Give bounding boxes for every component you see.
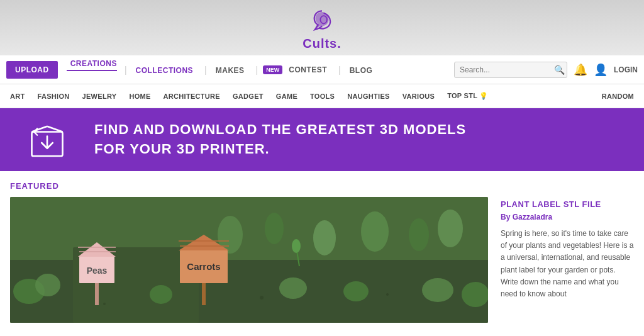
logo[interactable]: Cults. [303, 8, 341, 51]
featured-title[interactable]: PLANT LABEL STL FILE [501, 199, 634, 209]
featured-label: FEATURED [10, 181, 634, 191]
box-download-icon [25, 116, 69, 160]
featured-author: By Gazzaladra [501, 213, 634, 221]
featured-image[interactable]: Peas Carrots [10, 197, 488, 323]
category-game[interactable]: GAME [276, 92, 297, 100]
svg-point-16 [438, 210, 463, 247]
svg-point-36 [279, 277, 307, 299]
svg-point-15 [409, 218, 429, 251]
new-badge: NEW [263, 65, 282, 74]
svg-text:Peas: Peas [87, 266, 108, 276]
nav-separator-4 [336, 64, 341, 76]
nav-links: CREATIONS COLLECTIONS MAKES NEW CONTEST … [64, 57, 454, 82]
search-input[interactable] [460, 65, 554, 74]
nav-item-makes[interactable]: MAKES [212, 64, 248, 76]
blog-link[interactable]: BLOG [346, 66, 377, 75]
banner-icon [25, 116, 69, 163]
author-name[interactable]: Gazzaladra [513, 213, 552, 221]
category-architecture[interactable]: ARCHITECTURE [164, 92, 220, 100]
creations-link[interactable]: CREATIONS [67, 59, 117, 82]
nav-item-creations[interactable]: CREATIONS [67, 57, 117, 82]
category-bar: ART FASHION JEWELRY HOME ARCHITECTURE GA… [0, 84, 644, 108]
svg-point-13 [313, 220, 336, 255]
banner: FIND AND DOWNLOAD THE GREATEST 3D MODELS… [0, 108, 644, 171]
svg-point-35 [150, 285, 172, 304]
svg-point-38 [422, 278, 453, 302]
featured-content: Peas Carrots [10, 197, 634, 323]
svg-point-12 [265, 213, 284, 244]
nav-separator-3 [253, 64, 258, 76]
category-home[interactable]: HOME [129, 92, 150, 100]
search-icon: 🔍 [554, 65, 565, 75]
nav-separator-1 [122, 64, 127, 76]
site-header: Cults. [0, 0, 644, 55]
featured-info: PLANT LABEL STL FILE By Gazzaladra Sprin… [501, 197, 634, 323]
svg-point-39 [462, 282, 488, 307]
bell-icon[interactable]: 🔔 [574, 63, 587, 77]
svg-text:Carrots: Carrots [187, 261, 220, 272]
author-prefix: By [501, 213, 513, 221]
featured-section: FEATURED [0, 171, 644, 323]
banner-line1: FIND AND DOWNLOAD THE GREATEST 3D MODELS [94, 120, 466, 140]
login-button[interactable]: LOGIN [614, 65, 638, 74]
category-jewelry[interactable]: JEWELRY [82, 92, 117, 100]
featured-description: Spring is here, so it's time to take car… [501, 228, 634, 300]
search-box[interactable]: 🔍 [454, 62, 567, 78]
category-naughties[interactable]: NAUGHTIES [347, 92, 389, 100]
nav-right: 🔍 🔔 👤 LOGIN [454, 62, 638, 78]
navbar: UPLOAD CREATIONS COLLECTIONS MAKES NEW C… [0, 55, 644, 84]
svg-rect-32 [202, 283, 206, 305]
user-icon[interactable]: 👤 [594, 63, 608, 77]
upload-button[interactable]: UPLOAD [6, 61, 58, 79]
svg-point-34 [35, 274, 60, 296]
banner-line2: FOR YOUR 3D PRINTER. [94, 140, 466, 159]
category-tools[interactable]: TOOLS [310, 92, 335, 100]
category-various[interactable]: VARIOUS [402, 92, 435, 100]
svg-point-9 [260, 296, 264, 300]
svg-point-14 [361, 211, 389, 252]
category-random[interactable]: RANDOM [602, 92, 634, 100]
category-fashion[interactable]: FASHION [38, 92, 70, 100]
garden-scene: Peas Carrots [10, 197, 488, 323]
svg-point-8 [103, 303, 106, 305]
makes-link[interactable]: MAKES [212, 66, 248, 75]
banner-text: FIND AND DOWNLOAD THE GREATEST 3D MODELS… [94, 120, 466, 159]
nav-item-blog[interactable]: BLOG [346, 64, 377, 76]
logo-icon [308, 8, 336, 35]
category-gadget[interactable]: GADGET [233, 92, 264, 100]
nav-item-contest[interactable]: NEW CONTEST [263, 65, 331, 74]
contest-link[interactable]: CONTEST [285, 65, 331, 74]
logo-text: Cults. [303, 36, 341, 51]
svg-point-10 [386, 293, 389, 296]
category-top-stl[interactable]: TOP STL 💡 [447, 92, 489, 100]
svg-point-20 [292, 239, 301, 253]
svg-rect-26 [95, 283, 99, 305]
nav-item-collections[interactable]: COLLECTIONS [132, 64, 197, 76]
collections-link[interactable]: COLLECTIONS [132, 66, 197, 75]
category-art[interactable]: ART [10, 92, 25, 100]
nav-separator-2 [202, 64, 207, 76]
light-bulb-icon: 💡 [479, 92, 488, 99]
svg-point-37 [343, 281, 369, 301]
